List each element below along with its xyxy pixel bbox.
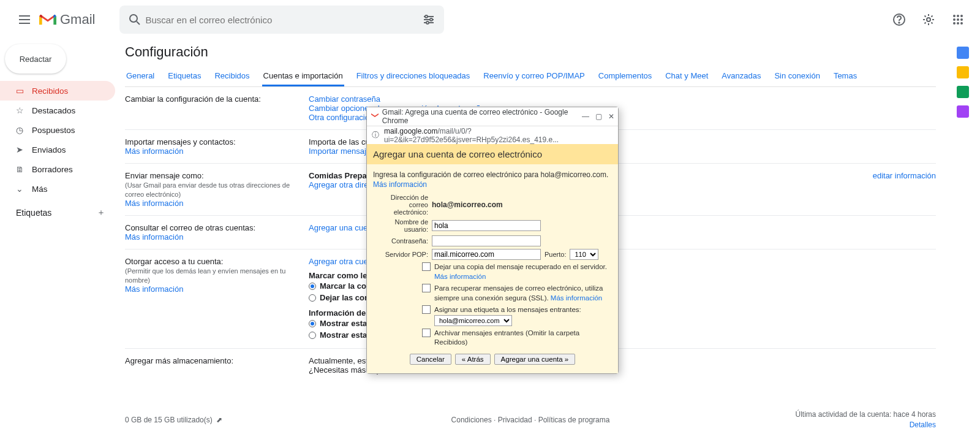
footer-links[interactable]: Condiciones · Privacidad · Políticas de … <box>451 416 610 424</box>
label-select[interactable]: hola@micorreo.com <box>434 315 512 326</box>
svg-point-11 <box>957 18 959 21</box>
main-menu-button[interactable] <box>10 5 39 34</box>
details-link[interactable]: Detalles <box>910 421 936 429</box>
popup-intro: Ingresa la configuración de correo elect… <box>373 170 612 179</box>
show-dir-2-radio[interactable] <box>309 332 316 339</box>
change-password-link[interactable]: Cambiar contraseña <box>309 94 380 104</box>
close-button[interactable]: ✕ <box>608 112 614 121</box>
port-select[interactable]: 110 <box>570 249 598 260</box>
svg-point-5 <box>899 22 899 23</box>
archive-checkbox[interactable] <box>422 329 431 337</box>
minimize-button[interactable]: — <box>582 112 589 121</box>
cancel-button[interactable]: Cancelar <box>410 354 451 365</box>
port-label: Puerto: <box>545 251 566 258</box>
leave-conv-radio[interactable] <box>309 294 316 302</box>
sidebar-item-snoozed[interactable]: ◷Pospuestos <box>0 120 115 140</box>
add-account-button[interactable]: Agregar una cuenta » <box>494 354 576 365</box>
search-bar[interactable] <box>119 6 444 34</box>
popup-url-domain: mail.google.com <box>384 127 437 135</box>
help-icon <box>892 13 906 26</box>
popup-window-title: Gmail: Agrega una cuenta de correo elect… <box>382 108 578 125</box>
import-messages-link[interactable]: Importar mensajes <box>309 147 375 156</box>
storage-usage: 0 GB de 15 GB utilizado(s) <box>125 416 213 424</box>
ssl-more[interactable]: Más información <box>551 294 602 302</box>
change-account-heading: Cambiar la configuración de la cuenta: <box>125 94 261 104</box>
tab-general[interactable]: General <box>125 67 156 86</box>
gmail-wordmark: Gmail <box>60 12 95 28</box>
tab-chat-meet[interactable]: Chat y Meet <box>664 67 709 86</box>
sidebar-item-starred[interactable]: ☆Destacados <box>0 101 115 120</box>
sidebar-item-inbox[interactable]: ▭Recibidos <box>0 81 115 101</box>
search-icon <box>124 13 145 26</box>
svg-point-6 <box>927 18 930 21</box>
pass-label: Contraseña: <box>373 237 428 245</box>
contacts-app-icon[interactable] <box>957 105 969 118</box>
mark-conv-radio[interactable] <box>309 283 316 290</box>
draft-icon: 🗎 <box>16 165 32 174</box>
maximize-button[interactable]: ▢ <box>595 112 602 121</box>
labels-heading: Etiquetas <box>16 208 51 218</box>
pop-server-input[interactable] <box>432 249 541 260</box>
chevron-down-icon: ⌄ <box>16 184 32 194</box>
search-options-icon[interactable] <box>418 13 439 26</box>
popup-more-info[interactable]: Más información <box>373 180 427 189</box>
compose-button[interactable]: Redactar <box>5 44 66 74</box>
svg-point-13 <box>953 22 956 25</box>
site-info-icon[interactable]: ⓘ <box>372 130 379 140</box>
svg-point-10 <box>953 18 956 21</box>
leave-copy-more[interactable]: Más información <box>434 273 486 280</box>
grant-access-sub: (Permitir que los demás lean y envíen me… <box>125 267 285 284</box>
import-more-info[interactable]: Más información <box>125 147 183 156</box>
password-input[interactable] <box>432 235 541 246</box>
check-mail-more-info[interactable]: Más información <box>125 232 183 242</box>
gmail-logo[interactable]: Gmail <box>39 12 95 28</box>
tab-inbox[interactable]: Recibidos <box>213 67 251 86</box>
svg-point-8 <box>957 15 959 17</box>
send-icon: ➤ <box>16 145 32 154</box>
popup-heading: Agregar una cuenta de correo electrónico <box>367 144 618 164</box>
settings-button[interactable] <box>916 7 941 32</box>
sidebar-item-more[interactable]: ⌄Más <box>0 179 115 199</box>
keep-app-icon[interactable] <box>957 66 969 78</box>
calendar-app-icon[interactable] <box>957 47 969 59</box>
tab-themes[interactable]: Temas <box>832 67 858 86</box>
label-checkbox[interactable] <box>422 305 431 314</box>
leave-copy-checkbox[interactable] <box>422 262 431 271</box>
back-button[interactable]: « Atrás <box>455 354 491 365</box>
sidebar-item-drafts[interactable]: 🗎Borradores <box>0 159 115 179</box>
open-in-new-icon[interactable]: ⬈ <box>216 416 222 424</box>
apps-grid-icon <box>952 14 963 25</box>
tab-labels[interactable]: Etiquetas <box>167 67 202 86</box>
sidebar-item-sent[interactable]: ➤Enviados <box>0 140 115 159</box>
send-as-more-info[interactable]: Más información <box>125 199 183 208</box>
svg-point-14 <box>957 22 959 25</box>
tab-forwarding-pop[interactable]: Reenvío y correo POP/IMAP <box>482 67 586 86</box>
import-heading: Importar mensajes y contactos: <box>125 137 236 147</box>
add-label-button[interactable]: ＋ <box>97 207 105 218</box>
edit-info-link[interactable]: editar información <box>873 171 936 180</box>
svg-point-2 <box>430 18 432 21</box>
support-button[interactable] <box>887 7 911 32</box>
settings-tabs: General Etiquetas Recibidos Cuentas e im… <box>125 67 936 87</box>
tasks-app-icon[interactable] <box>957 86 969 98</box>
star-icon: ☆ <box>16 105 32 115</box>
tab-offline[interactable]: Sin conexión <box>773 67 821 86</box>
pop-label: Servidor POP: <box>373 251 428 258</box>
username-input[interactable] <box>432 220 541 231</box>
tab-filters[interactable]: Filtros y direcciones bloqueadas <box>355 67 472 86</box>
email-label: Dirección de correo electrónico: <box>373 194 428 216</box>
page-title: Configuración <box>125 39 936 67</box>
tab-accounts-import[interactable]: Cuentas e importación <box>262 67 344 86</box>
tab-addons[interactable]: Complementos <box>597 67 653 86</box>
send-as-sub: (Usar Gmail para enviar desde tus otras … <box>125 181 290 198</box>
last-activity: Última actividad de la cuenta: hace 4 ho… <box>796 410 936 419</box>
svg-point-9 <box>960 15 963 17</box>
search-input[interactable] <box>145 15 418 25</box>
tab-advanced[interactable]: Avanzadas <box>720 67 762 86</box>
grant-access-more-info[interactable]: Más información <box>125 284 183 294</box>
ssl-checkbox[interactable] <box>422 284 431 292</box>
gmail-icon <box>39 13 56 26</box>
svg-point-15 <box>960 22 963 25</box>
apps-button[interactable] <box>946 7 970 32</box>
show-dir-1-radio[interactable] <box>309 320 316 327</box>
